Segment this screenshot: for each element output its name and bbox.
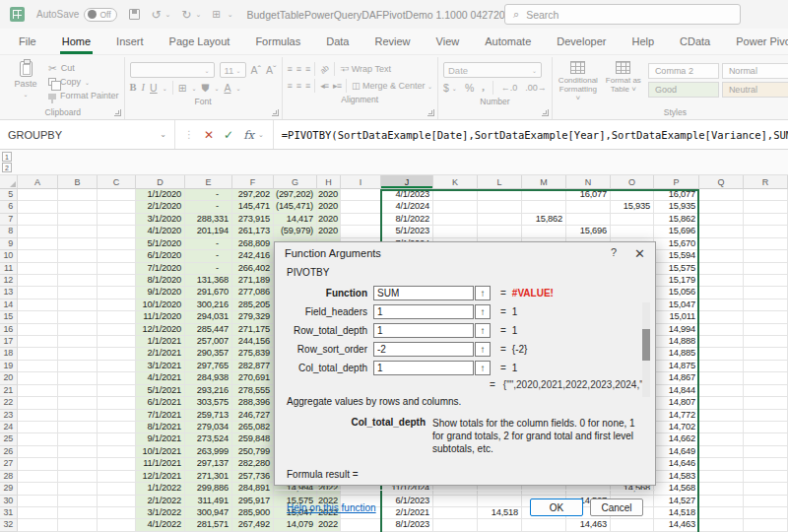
cell-Q30[interactable] bbox=[699, 496, 744, 507]
cell-E31[interactable]: 300,947 bbox=[185, 507, 232, 519]
touch-mode-icon[interactable]: ⊞ bbox=[212, 10, 220, 20]
cell-G6[interactable]: (145,471) bbox=[274, 201, 317, 213]
row-header-21[interactable]: 21 bbox=[0, 385, 18, 397]
cell-F29[interactable]: 284,891 bbox=[232, 483, 274, 495]
cell-P28[interactable]: 14,583 bbox=[654, 471, 699, 483]
cell-R19[interactable] bbox=[744, 361, 788, 372]
row-header-27[interactable]: 27 bbox=[0, 458, 18, 470]
cell-F6[interactable]: 145,471 bbox=[232, 201, 274, 213]
cell-J6[interactable]: 4/1/2024 bbox=[381, 201, 433, 213]
cell-A31[interactable] bbox=[18, 507, 58, 519]
cell-Q10[interactable] bbox=[699, 250, 744, 262]
cell-D7[interactable]: 3/1/2020 bbox=[136, 214, 185, 226]
alignment-dialog-launcher-icon[interactable] bbox=[427, 109, 434, 116]
cell-C6[interactable] bbox=[98, 201, 136, 213]
cell-R32[interactable] bbox=[744, 519, 788, 531]
cell-C5[interactable] bbox=[98, 189, 136, 201]
style-neutral[interactable]: Neutral bbox=[722, 82, 788, 98]
row-header-30[interactable]: 30 bbox=[0, 496, 18, 507]
cell-D10[interactable]: 6/1/2020 bbox=[136, 250, 185, 262]
cell-D13[interactable]: 9/1/2020 bbox=[136, 287, 185, 299]
cell-E12[interactable]: 131,368 bbox=[185, 275, 232, 287]
cell-B31[interactable] bbox=[58, 507, 98, 519]
cell-N6[interactable] bbox=[566, 201, 611, 213]
italic-button[interactable]: I bbox=[142, 83, 146, 94]
cell-A16[interactable] bbox=[18, 324, 58, 336]
style-comma-2[interactable]: Comma 2 bbox=[648, 63, 719, 79]
cell-Q32[interactable] bbox=[699, 519, 744, 531]
cell-R8[interactable] bbox=[744, 226, 788, 237]
cell-D21[interactable]: 5/1/2021 bbox=[136, 385, 185, 397]
col-header-A[interactable]: A bbox=[18, 175, 58, 189]
cell-O5[interactable] bbox=[611, 189, 654, 201]
cell-Q21[interactable] bbox=[699, 385, 744, 397]
cell-B8[interactable] bbox=[58, 226, 98, 237]
cell-A25[interactable] bbox=[18, 433, 58, 445]
row-header-18[interactable]: 18 bbox=[0, 348, 18, 360]
col-header-Q[interactable]: Q bbox=[699, 175, 744, 189]
col-header-P[interactable]: P bbox=[654, 175, 699, 189]
cut-button[interactable]: ✂Cut bbox=[48, 62, 119, 74]
cell-F30[interactable]: 295,917 bbox=[232, 496, 274, 507]
cell-K5[interactable] bbox=[433, 189, 478, 201]
cell-A27[interactable] bbox=[18, 458, 58, 470]
cell-P25[interactable]: 14,662 bbox=[654, 433, 699, 445]
cell-R28[interactable] bbox=[744, 471, 788, 483]
cell-C25[interactable] bbox=[98, 433, 136, 445]
decrease-decimal-icon[interactable]: .00→ bbox=[525, 83, 547, 93]
cell-F19[interactable]: 282,877 bbox=[232, 361, 274, 372]
cell-H7[interactable]: 2020 bbox=[317, 214, 341, 226]
cell-D15[interactable]: 11/1/2020 bbox=[136, 311, 185, 323]
redo-icon[interactable]: ↻ bbox=[181, 9, 191, 21]
cell-B24[interactable] bbox=[58, 422, 98, 433]
cell-Q28[interactable] bbox=[699, 471, 744, 483]
cell-Q12[interactable] bbox=[699, 275, 744, 287]
cell-R27[interactable] bbox=[744, 458, 788, 470]
style-good[interactable]: Good bbox=[648, 82, 719, 98]
row-header-6[interactable]: 6 bbox=[0, 201, 18, 213]
cell-A19[interactable] bbox=[18, 361, 58, 372]
tab-power-pivot[interactable]: Power Pivot bbox=[734, 29, 788, 54]
redo-chevron-icon[interactable]: ⌄ bbox=[195, 11, 201, 19]
cell-F7[interactable]: 273,915 bbox=[232, 214, 274, 226]
fx-chevron-icon[interactable]: ⌄ bbox=[258, 131, 264, 139]
scrollbar-thumb-icon[interactable] bbox=[642, 329, 650, 361]
row-header-14[interactable]: 14 bbox=[0, 299, 18, 311]
row-header-17[interactable]: 17 bbox=[0, 336, 18, 348]
cell-I32[interactable] bbox=[341, 519, 381, 531]
cell-R18[interactable] bbox=[744, 348, 788, 360]
align-left-icon[interactable]: ≡ bbox=[288, 81, 292, 91]
col-header-L[interactable]: L bbox=[478, 175, 522, 189]
cell-P23[interactable]: 14,772 bbox=[654, 410, 699, 422]
cell-B19[interactable] bbox=[58, 361, 98, 372]
cell-A23[interactable] bbox=[18, 410, 58, 422]
cell-L7[interactable] bbox=[478, 214, 522, 226]
font-size-select[interactable]: 11⌄ bbox=[220, 62, 246, 78]
cell-B21[interactable] bbox=[58, 385, 98, 397]
cell-B30[interactable] bbox=[58, 496, 98, 507]
cell-Q20[interactable] bbox=[699, 372, 744, 384]
cell-Q15[interactable] bbox=[699, 311, 744, 323]
collapse-dialog-icon[interactable]: ↑ bbox=[475, 342, 491, 357]
cell-C30[interactable] bbox=[98, 496, 136, 507]
autosave-toggle[interactable]: AutoSave Off bbox=[36, 8, 117, 22]
cell-Q26[interactable] bbox=[699, 446, 744, 458]
cell-P15[interactable]: 15,011 bbox=[654, 311, 699, 323]
cell-B29[interactable] bbox=[58, 483, 98, 495]
cell-P32[interactable]: 14,463 bbox=[654, 519, 699, 531]
row-header-32[interactable]: 32 bbox=[0, 519, 18, 531]
cell-R23[interactable] bbox=[744, 410, 788, 422]
name-box[interactable]: GROUPBY ⌄ bbox=[0, 120, 175, 149]
cell-M6[interactable] bbox=[522, 201, 566, 213]
cell-E26[interactable]: 263,999 bbox=[185, 446, 232, 458]
cell-F28[interactable]: 257,736 bbox=[232, 471, 274, 483]
cell-A14[interactable] bbox=[18, 299, 58, 311]
cell-R13[interactable] bbox=[744, 287, 788, 299]
cell-B23[interactable] bbox=[58, 410, 98, 422]
cell-A15[interactable] bbox=[18, 311, 58, 323]
cell-B28[interactable] bbox=[58, 471, 98, 483]
cell-Q31[interactable] bbox=[699, 507, 744, 519]
cell-B12[interactable] bbox=[58, 275, 98, 287]
cell-P11[interactable]: 15,575 bbox=[654, 263, 699, 275]
cell-N32[interactable]: 14,463 bbox=[566, 519, 611, 531]
